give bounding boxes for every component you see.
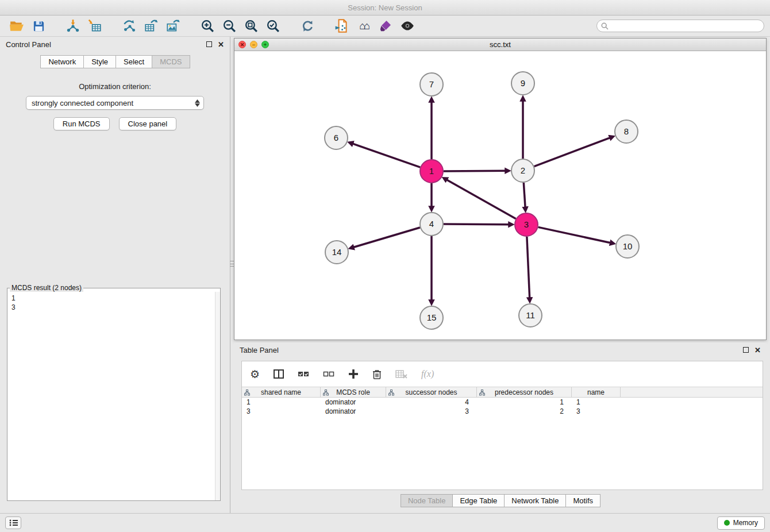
cell-predecessor-nodes[interactable]: 1: [477, 398, 572, 406]
task-history-button[interactable]: [5, 516, 21, 529]
tab-network-table[interactable]: Network Table: [504, 494, 566, 507]
column-tree-icon: [479, 390, 485, 396]
table-panel-header: Table Panel ✕: [234, 342, 767, 357]
cell-shared-name[interactable]: 3: [242, 407, 321, 415]
two-houses-icon: ⌂⌂: [359, 21, 368, 31]
zoom-out-icon: [222, 19, 237, 33]
close-table-panel-icon[interactable]: ✕: [754, 346, 761, 354]
add-column-button[interactable]: [348, 369, 359, 379]
table-row[interactable]: 1 dominator 4 1 1: [242, 398, 763, 407]
cell-predecessor-nodes[interactable]: 2: [477, 407, 572, 415]
unchecked-boxes-icon: [323, 370, 334, 378]
run-mcds-button[interactable]: Run MCDS: [53, 117, 110, 130]
column-header-predecessor-nodes[interactable]: predecessor nodes: [477, 387, 572, 397]
import-network-button[interactable]: [62, 17, 84, 35]
close-panel-button[interactable]: Close panel: [119, 117, 177, 130]
gear-icon: ⚙: [250, 369, 260, 380]
graph-edge-1-6[interactable]: [352, 144, 420, 167]
cell-successor-nodes[interactable]: 3: [386, 407, 477, 415]
paint-style-button[interactable]: [375, 17, 396, 35]
control-panel-header: Control Panel ✕: [0, 37, 230, 52]
column-header-shared-name[interactable]: shared name: [242, 387, 321, 397]
cell-shared-name[interactable]: 1: [242, 398, 321, 406]
result-line-2: 3: [11, 303, 216, 312]
deselect-all-rows-button[interactable]: [323, 370, 334, 378]
application-window: Session: New Session: [0, 0, 770, 532]
optimization-criterion-label: Optimization criterion:: [0, 82, 230, 91]
zoom-out-button[interactable]: [218, 17, 240, 35]
table-tab-bar: Node Table Edge Table Network Table Moti…: [234, 494, 767, 507]
search-input[interactable]: [611, 22, 760, 30]
graph-edge-3-1[interactable]: [446, 180, 516, 219]
column-label: name: [587, 388, 605, 396]
window-title: Session: New Session: [0, 0, 770, 16]
graph-edge-1-2[interactable]: [444, 171, 506, 171]
delete-table-icon: [395, 370, 407, 379]
close-window-button[interactable]: ✕: [238, 41, 246, 48]
tab-style[interactable]: Style: [83, 55, 116, 68]
table-settings-button[interactable]: ⚙: [250, 369, 260, 380]
result-line-1: 1: [11, 294, 216, 303]
split-view-button[interactable]: [274, 369, 284, 379]
column-header-name[interactable]: name: [572, 387, 621, 397]
control-panel: Control Panel ✕ Network Style Select MCD…: [0, 37, 230, 513]
table-panel: Table Panel ✕ ⚙: [234, 342, 767, 511]
graph-edge-3-11[interactable]: [527, 237, 530, 298]
zoom-fit-button[interactable]: [240, 17, 262, 35]
tab-mcds[interactable]: MCDS: [152, 55, 190, 68]
graph-edge-2-8[interactable]: [534, 138, 610, 167]
show-hide-button[interactable]: [396, 17, 418, 35]
import-table-button[interactable]: [84, 17, 106, 35]
mcds-result-content[interactable]: 1 3: [7, 292, 220, 500]
memory-button[interactable]: Memory: [717, 516, 765, 530]
cell-name[interactable]: 1: [572, 398, 621, 406]
fx-icon: f(x): [421, 369, 434, 379]
table-row[interactable]: 3 dominator 3 2 3: [242, 407, 763, 416]
export-table-button[interactable]: [140, 17, 162, 35]
float-panel-icon[interactable]: [206, 41, 212, 47]
export-network-button[interactable]: [118, 17, 140, 35]
delete-column-button[interactable]: [372, 369, 382, 380]
import-network-icon: [66, 18, 80, 33]
minimize-window-button[interactable]: −: [250, 41, 257, 48]
tab-network[interactable]: Network: [40, 55, 84, 68]
tab-select[interactable]: Select: [116, 55, 152, 68]
list-icon: [9, 519, 18, 526]
cell-successor-nodes[interactable]: 4: [386, 398, 477, 406]
graph-edge-3-10[interactable]: [538, 227, 611, 242]
export-image-button[interactable]: [162, 17, 184, 35]
cell-mcds-role[interactable]: dominator: [321, 407, 386, 415]
tab-motifs[interactable]: Motifs: [565, 494, 600, 507]
panel-splitter-grip[interactable]: [230, 260, 234, 268]
cell-name[interactable]: 3: [572, 407, 621, 415]
column-label: successor nodes: [405, 388, 457, 396]
graph-node-label-15: 15: [427, 313, 437, 322]
refresh-icon: [301, 19, 315, 33]
maximize-window-button[interactable]: +: [261, 41, 269, 48]
tab-edge-table[interactable]: Edge Table: [452, 494, 505, 507]
float-table-panel-icon[interactable]: [743, 347, 749, 353]
result-scrollbar[interactable]: [215, 292, 220, 500]
first-neighbors-button[interactable]: ⌂⌂: [353, 17, 375, 35]
graph-node-label-1: 1: [429, 166, 434, 176]
network-view-window: ✕ − + scc.txt 7968124314101511: [234, 38, 767, 340]
zoom-in-button[interactable]: [197, 17, 218, 35]
close-panel-icon[interactable]: ✕: [218, 41, 224, 48]
criterion-dropdown[interactable]: strongly connected component: [26, 96, 204, 110]
graph-edge-2-3[interactable]: [523, 183, 525, 207]
graph-edge-4-14[interactable]: [353, 228, 420, 248]
open-session-button[interactable]: [6, 17, 28, 35]
network-canvas[interactable]: 7968124314101511: [234, 51, 766, 340]
column-header-mcds-role[interactable]: MCDS role: [321, 387, 386, 397]
tab-node-table[interactable]: Node Table: [401, 494, 453, 507]
select-all-rows-button[interactable]: [298, 370, 309, 378]
function-builder-button: f(x): [421, 369, 434, 379]
zoom-selected-button[interactable]: [262, 17, 284, 35]
column-header-successor-nodes[interactable]: successor nodes: [386, 387, 477, 397]
graph-edge-4-3[interactable]: [444, 224, 509, 225]
open-style-button[interactable]: [331, 17, 353, 35]
refresh-button[interactable]: [297, 17, 318, 35]
cell-mcds-role[interactable]: dominator: [321, 398, 386, 406]
save-session-button[interactable]: [28, 17, 49, 35]
network-window-titlebar[interactable]: ✕ − + scc.txt: [234, 38, 766, 51]
